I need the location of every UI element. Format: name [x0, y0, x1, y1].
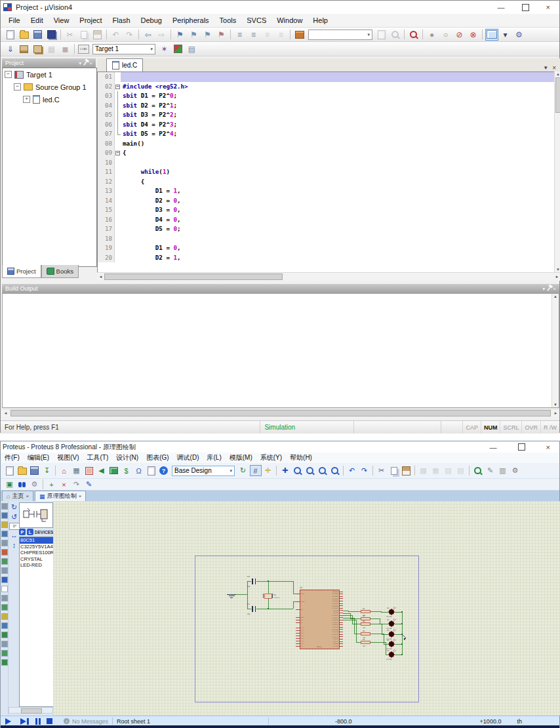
status-messages[interactable]: No Messages: [72, 718, 108, 725]
uvision-menu-item[interactable]: Tools: [214, 14, 242, 26]
cut-icon[interactable]: ✂: [64, 29, 77, 41]
wrench-icon[interactable]: ⚙: [510, 465, 521, 476]
collapse-icon[interactable]: −: [5, 71, 12, 78]
cpu-source-icon[interactable]: [83, 465, 95, 476]
uncomment-icon[interactable]: ≡: [275, 29, 288, 41]
comment-icon[interactable]: ≡: [261, 29, 274, 41]
batch-build-icon[interactable]: ▦: [45, 43, 58, 55]
new-file-icon[interactable]: [4, 29, 17, 41]
find-next-icon[interactable]: [375, 29, 388, 41]
breakpoint-disable-all-icon[interactable]: ⊘: [453, 29, 466, 41]
proteus-menu-item[interactable]: 模版(M): [226, 452, 256, 464]
mode-tool-icon[interactable]: [1, 632, 8, 638]
bill-of-materials-icon[interactable]: $: [121, 465, 132, 476]
debug-windows-icon[interactable]: [485, 29, 498, 41]
origin-icon[interactable]: ✛: [262, 465, 274, 476]
mode-tool-icon[interactable]: [1, 641, 8, 647]
indent-icon[interactable]: ≡: [247, 29, 260, 41]
fold-margin[interactable]: −: [115, 82, 121, 92]
uvision-menu-item[interactable]: View: [49, 14, 75, 26]
mode-tool-icon[interactable]: [1, 558, 8, 565]
close-icon[interactable]: ×: [546, 3, 550, 11]
manage-components-icon[interactable]: [172, 43, 185, 55]
block-delete-icon[interactable]: ▧: [455, 465, 467, 476]
panel-dropdown-icon[interactable]: ▾: [79, 60, 81, 66]
design-notes-icon[interactable]: [146, 465, 157, 476]
translate-file-icon[interactable]: ⇓: [4, 43, 17, 55]
edit-part-icon[interactable]: ✎: [83, 479, 95, 490]
tab-close-icon[interactable]: ×: [26, 493, 29, 499]
find-part-icon[interactable]: [16, 479, 28, 490]
panel-pin-icon[interactable]: [548, 287, 551, 291]
fold-margin[interactable]: [115, 91, 121, 101]
mode-tool-icon[interactable]: [1, 521, 8, 528]
device-item[interactable]: LED-RED: [20, 562, 54, 569]
design-explorer-icon[interactable]: ▥: [497, 465, 509, 476]
remove-part-icon[interactable]: ×: [58, 479, 70, 490]
proteus-menu-item[interactable]: 帮助(H): [286, 452, 316, 464]
fold-margin[interactable]: [115, 253, 121, 263]
fold-margin[interactable]: [115, 205, 121, 215]
build-output-vscrollbar[interactable]: ▲ ▼: [551, 294, 559, 407]
redo-icon[interactable]: ↷: [359, 465, 370, 476]
breakpoint-toggle-icon[interactable]: ●: [426, 29, 439, 41]
copy-icon[interactable]: [77, 29, 90, 41]
fold-margin[interactable]: [115, 186, 121, 196]
import-project-icon[interactable]: ↧: [41, 465, 53, 476]
dropdown-arrow-icon[interactable]: ▾: [230, 468, 232, 474]
incremental-find-icon[interactable]: [389, 29, 402, 41]
mode-tool-icon[interactable]: [1, 567, 8, 574]
dropdown-arrow-icon[interactable]: ▾: [367, 32, 370, 37]
rotate-cw-icon[interactable]: ↻: [9, 502, 19, 512]
pick-devices-button[interactable]: P: [19, 529, 26, 535]
scroll-thumb[interactable]: [104, 273, 283, 280]
restore-icon[interactable]: [518, 443, 525, 451]
block-move-icon[interactable]: ▦: [430, 465, 442, 476]
mode-tool-icon[interactable]: [1, 512, 8, 519]
fold-margin[interactable]: [115, 167, 121, 177]
tree-item-source-group[interactable]: − Source Group 1: [3, 81, 96, 93]
pcb-layout-icon[interactable]: [108, 465, 120, 476]
editor-hscrollbar[interactable]: ◂ ▸: [97, 272, 560, 281]
proteus-menu-item[interactable]: 图表(G): [142, 452, 172, 464]
fold-margin[interactable]: [115, 224, 121, 234]
mode-tool-icon[interactable]: [1, 659, 8, 666]
fold-margin[interactable]: [115, 120, 121, 130]
tree-item-file[interactable]: + led.C: [3, 93, 96, 106]
zoom-out-icon[interactable]: [304, 465, 316, 476]
fold-margin[interactable]: [115, 196, 121, 206]
panel-close-icon[interactable]: ×: [89, 60, 92, 66]
save-icon[interactable]: [31, 29, 45, 41]
proteus-tab-schematic[interactable]: ▦原理图绘制×: [35, 491, 86, 501]
fold-margin[interactable]: [115, 72, 121, 82]
mode-tool-icon[interactable]: [1, 503, 8, 510]
paste-icon[interactable]: [401, 465, 412, 476]
cut-icon[interactable]: ✂: [376, 465, 388, 476]
mode-tool-icon[interactable]: [1, 604, 8, 611]
rotate-ccw-icon[interactable]: ↺: [9, 512, 19, 522]
fold-margin[interactable]: [115, 158, 121, 168]
proteus-menu-item[interactable]: 件(F): [1, 452, 24, 464]
goto-link-icon[interactable]: ↷: [71, 479, 83, 490]
fold-margin[interactable]: [115, 234, 121, 244]
functions-icon[interactable]: [293, 29, 306, 41]
fold-margin[interactable]: [115, 129, 121, 139]
device-item[interactable]: CHIPRES100R: [20, 550, 54, 556]
bookmark-next-icon[interactable]: ⚑: [201, 29, 214, 41]
save-all-icon[interactable]: [45, 29, 58, 41]
fold-margin[interactable]: [115, 110, 121, 120]
search-combo[interactable]: ▾: [308, 30, 372, 40]
fold-margin[interactable]: [115, 101, 121, 111]
mode-tool-icon[interactable]: [1, 531, 8, 537]
design-select[interactable]: Base Design▾: [172, 466, 235, 476]
breakpoint-kill-all-icon[interactable]: ⊗: [467, 29, 480, 41]
fold-margin[interactable]: −: [115, 148, 121, 158]
scroll-left-icon[interactable]: ◂: [97, 274, 104, 279]
find-component-icon[interactable]: [472, 465, 484, 476]
rebuild-all-icon[interactable]: [31, 43, 45, 55]
editor-vscrollbar[interactable]: ▲ ▼: [554, 71, 560, 272]
build-output-header[interactable]: Build Output ▾ ×: [2, 284, 559, 293]
mode-tool-icon[interactable]: [1, 576, 8, 583]
proteus-menu-item[interactable]: 设计(N): [112, 452, 142, 464]
zoom-all-icon[interactable]: [317, 465, 329, 476]
